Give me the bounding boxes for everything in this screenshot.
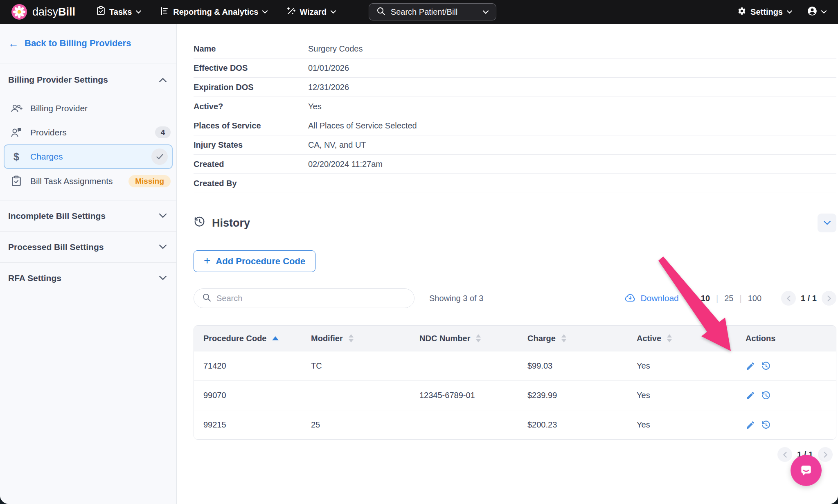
back-arrow-icon: ← (8, 38, 19, 49)
page-size-25[interactable]: 25 (724, 294, 733, 303)
page-size-selector: 10 | 25 | 100 (701, 294, 761, 303)
page-size-100[interactable]: 100 (748, 294, 761, 303)
table-row: 99070 12345-6789-01 $239.99 Yes (194, 380, 836, 410)
missing-badge: Missing (128, 175, 171, 187)
back-to-billing-providers-link[interactable]: ← Back to Billing Providers (0, 24, 176, 63)
section-rfa-settings[interactable]: RFA Settings (0, 262, 176, 293)
chevron-down-icon (331, 10, 336, 14)
column-header-active[interactable]: Active (627, 334, 736, 343)
global-search-label: Search Patient/Bill (391, 7, 478, 17)
sidebar-item-billing-provider[interactable]: Billing Provider (0, 96, 176, 120)
detail-label: Injury States (194, 140, 308, 150)
tasks-icon (97, 6, 105, 18)
nav-settings[interactable]: Settings (737, 7, 792, 18)
detail-row: Effective DOS 01/01/2026 (194, 59, 836, 78)
history-icon (194, 216, 206, 231)
history-section: History (194, 214, 836, 232)
procedure-search-box[interactable] (194, 288, 414, 308)
cloud-download-icon (624, 292, 636, 304)
detail-row: Name Surgery Codes (194, 39, 836, 59)
table-row: 71420 TC $99.03 Yes (194, 351, 836, 380)
column-header-procedure-code[interactable]: Procedure Code (194, 334, 302, 343)
top-navbar: daisyBill Tasks Reporting & Analytics (0, 0, 838, 24)
page-indicator: 1 / 1 (801, 294, 817, 303)
chevron-down-icon (787, 10, 792, 14)
plus-icon: + (204, 255, 210, 266)
detail-row: Active? Yes (194, 97, 836, 116)
next-page-button[interactable] (822, 291, 836, 306)
detail-value: 12/31/2026 (308, 83, 349, 92)
users-group-icon (9, 104, 24, 113)
detail-row: Injury States CA, NV, and UT (194, 135, 836, 155)
procedure-search-input[interactable] (216, 294, 406, 303)
search-icon (202, 293, 211, 304)
cell-charge: $200.23 (518, 420, 627, 430)
prev-page-button[interactable] (781, 291, 796, 306)
page-size-10[interactable]: 10 (701, 294, 710, 303)
nav-reporting-analytics[interactable]: Reporting & Analytics (160, 7, 268, 18)
sidebar-item-label: Providers (30, 128, 149, 137)
history-icon[interactable] (761, 390, 771, 401)
add-procedure-code-button[interactable]: + Add Procedure Code (194, 250, 315, 272)
gear-icon (737, 7, 746, 18)
section-title: Billing Provider Settings (8, 75, 108, 85)
chevron-down-icon (159, 245, 167, 249)
history-icon[interactable] (761, 361, 771, 371)
edit-icon[interactable] (746, 420, 755, 430)
nav-tasks[interactable]: Tasks (97, 6, 141, 18)
prev-page-button[interactable] (777, 447, 792, 462)
chevron-down-icon (136, 10, 141, 14)
column-header-charge[interactable]: Charge (518, 334, 627, 343)
global-search-button[interactable]: Search Patient/Bill (369, 3, 496, 20)
pagination-top: 1 / 1 (781, 291, 836, 306)
procedures-toolbar: Showing 3 of 3 Download 10 | 25 | (194, 288, 836, 308)
nav-wizard[interactable]: Wizard (286, 7, 336, 18)
cell-active: Yes (627, 361, 736, 371)
edit-icon[interactable] (746, 391, 755, 400)
history-collapse-button[interactable] (818, 214, 836, 232)
detail-label: Places of Service (194, 121, 308, 130)
separator: | (716, 294, 718, 303)
detail-value: All Places of Service Selected (308, 121, 417, 130)
reporting-icon (160, 7, 169, 18)
history-icon[interactable] (761, 420, 771, 430)
check-icon (156, 153, 164, 160)
sidebar-item-charges[interactable]: $ Charges (4, 144, 173, 169)
column-header-modifier[interactable]: Modifier (302, 334, 410, 343)
cell-active: Yes (627, 391, 736, 400)
section-title: Processed Bill Settings (8, 242, 104, 252)
sort-ascending-icon (272, 336, 279, 340)
next-page-button[interactable] (818, 447, 833, 462)
detail-value: CA, NV, and UT (308, 140, 366, 150)
chat-launcher-button[interactable] (791, 455, 822, 486)
chevron-right-icon (827, 295, 831, 302)
chevron-down-icon (821, 10, 827, 14)
sort-icon (667, 334, 672, 342)
search-icon (376, 7, 385, 18)
separator: | (740, 294, 742, 303)
detail-value: Surgery Codes (308, 44, 363, 54)
cell-procedure-code: 99215 (194, 420, 302, 430)
clipboard-check-icon (9, 176, 24, 187)
complete-check-badge (151, 148, 168, 165)
sidebar-item-bill-task-assignments[interactable]: Bill Task Assignments Missing (0, 169, 176, 193)
showing-count-label: Showing 3 of 3 (429, 294, 483, 303)
edit-icon[interactable] (746, 361, 755, 371)
history-title: History (212, 217, 250, 230)
section-incomplete-bill-settings[interactable]: Incomplete Bill Settings (0, 200, 176, 231)
sidebar-item-label: Bill Task Assignments (30, 176, 122, 186)
chat-icon (798, 462, 814, 479)
brand-logo[interactable]: daisyBill (11, 4, 75, 20)
account-menu[interactable] (807, 6, 827, 18)
add-procedure-code-label: Add Procedure Code (216, 256, 305, 267)
detail-value: 01/01/2026 (308, 63, 349, 73)
column-header-ndc-number[interactable]: NDC Number (410, 334, 518, 343)
sidebar-item-providers[interactable]: Providers 4 (0, 120, 176, 144)
detail-label: Created (194, 160, 308, 169)
chevron-down-icon (262, 10, 268, 14)
detail-row: Places of Service All Places of Service … (194, 116, 836, 135)
chevron-down-icon (159, 214, 167, 218)
section-processed-bill-settings[interactable]: Processed Bill Settings (0, 231, 176, 262)
download-button[interactable]: Download (624, 292, 678, 304)
section-billing-provider-settings[interactable]: Billing Provider Settings (0, 63, 176, 96)
